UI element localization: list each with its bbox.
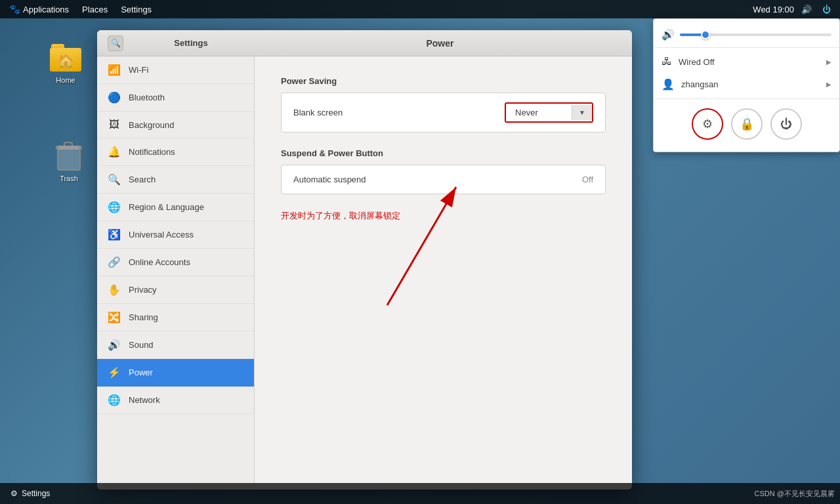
topbar-places-label: Places xyxy=(82,5,108,14)
settings-main: Power Saving Blank screen Never ▼ Suspen… xyxy=(255,56,632,490)
settings-window: 🔍 Settings Power 📶 Wi-Fi 🔵 Bluetooth 🖼 xyxy=(97,30,632,490)
settings-titlebar: 🔍 Settings Power xyxy=(97,30,632,56)
sidebar-item-region[interactable]: 🌐 Region & Language xyxy=(97,194,254,221)
main-panel-title: Power xyxy=(253,38,627,49)
taskbar-watermark: CSDN @不见长安见晨雾 xyxy=(755,489,835,499)
sidebar-item-sound[interactable]: 🔊 Sound xyxy=(97,331,254,359)
network-icon: 🌐 xyxy=(108,394,121,406)
topbar-time: Wed 19:00 xyxy=(753,5,794,14)
sidebar-item-sharing[interactable]: 🔀 Sharing xyxy=(97,304,254,331)
popup-power-button[interactable]: ⏻ xyxy=(770,108,802,140)
sharing-icon: 🔀 xyxy=(108,311,121,324)
topbar-left: 🐾 Applications Places Settings xyxy=(0,0,157,18)
universal-access-icon: ♿ xyxy=(108,228,121,241)
topbar-right: Wed 19:00 🔊 ⏻ xyxy=(753,2,840,16)
popup-wired-label: Wired Off xyxy=(679,57,820,67)
topbar-apps-label: Applications xyxy=(23,5,69,14)
sidebar-label-power: Power xyxy=(129,368,153,377)
popup-volume-icon: 🔊 xyxy=(662,28,675,41)
topbar: 🐾 Applications Places Settings Wed 19:00… xyxy=(0,0,840,18)
sidebar-label-bluetooth: Bluetooth xyxy=(129,93,165,102)
popup-wired-icon: 🖧 xyxy=(662,56,672,68)
sidebar-label-sound: Sound xyxy=(129,340,154,350)
desktop-icon-trash[interactable]: Trash xyxy=(43,138,95,185)
settings-body: 📶 Wi-Fi 🔵 Bluetooth 🖼 Background 🔔 Notif… xyxy=(97,56,632,490)
sidebar-item-network[interactable]: 🌐 Network xyxy=(97,387,254,414)
popup-wired-row[interactable]: 🖧 Wired Off ▶ xyxy=(654,51,839,73)
taskbar-settings-item[interactable]: ⚙ Settings xyxy=(5,484,55,503)
volume-slider-track[interactable] xyxy=(680,33,831,36)
taskbar: ⚙ Settings CSDN @不见长安见晨雾 xyxy=(0,483,840,504)
blank-screen-dropdown-arrow[interactable]: ▼ xyxy=(572,105,592,120)
sidebar-title: Settings xyxy=(129,38,253,48)
desktop-icon-home[interactable]: 🏠 Home xyxy=(39,39,92,87)
popup-user-row[interactable]: 👤 zhangsan ▶ xyxy=(654,73,839,96)
volume-slider-thumb[interactable] xyxy=(701,30,710,39)
popup-lock-button[interactable]: 🔒 xyxy=(731,108,763,140)
bluetooth-icon: 🔵 xyxy=(108,91,121,104)
sidebar-label-universal-access: Universal Access xyxy=(129,230,194,240)
online-accounts-icon: 🔗 xyxy=(108,256,121,268)
sidebar-label-network: Network xyxy=(129,395,160,405)
popup-user-icon: 👤 xyxy=(662,78,675,91)
annotation-text: 开发时为了方便，取消屏幕锁定 xyxy=(281,210,606,222)
region-icon: 🌐 xyxy=(108,201,121,213)
sidebar-item-search[interactable]: 🔍 Search xyxy=(97,166,254,194)
topbar-power-icon[interactable]: ⏻ xyxy=(819,2,833,16)
sidebar-label-region: Region & Language xyxy=(129,202,204,212)
auto-suspend-label: Automatic suspend xyxy=(293,175,366,184)
sidebar-label-sharing: Sharing xyxy=(129,312,158,322)
popup-lock-icon: 🔒 xyxy=(740,117,754,131)
trash-icon-label: Trash xyxy=(60,175,78,182)
titlebar-search-area: 🔍 xyxy=(102,35,129,51)
auto-suspend-row: Automatic suspend Off xyxy=(282,165,605,194)
privacy-icon: ✋ xyxy=(108,284,121,296)
sidebar-label-background: Background xyxy=(129,120,174,130)
sidebar-item-privacy[interactable]: ✋ Privacy xyxy=(97,276,254,304)
popup-divider-2 xyxy=(654,98,839,99)
volume-slider-fill xyxy=(680,33,703,36)
auto-suspend-value: Off xyxy=(582,175,593,184)
sidebar-item-bluetooth[interactable]: 🔵 Bluetooth xyxy=(97,84,254,112)
popup-user-label: zhangsan xyxy=(681,79,820,89)
popup-wired-chevron: ▶ xyxy=(826,58,831,66)
blank-screen-row: Blank screen Never ▼ xyxy=(282,93,605,132)
sound-icon: 🔊 xyxy=(108,339,121,351)
settings-sidebar: 📶 Wi-Fi 🔵 Bluetooth 🖼 Background 🔔 Notif… xyxy=(97,56,255,490)
power-icon: ⚡ xyxy=(108,366,121,379)
sidebar-label-privacy: Privacy xyxy=(129,285,157,295)
topbar-settings-menu-label: Settings xyxy=(121,5,152,14)
blank-screen-dropdown-label: Never xyxy=(506,104,572,121)
suspend-group: Automatic suspend Off xyxy=(281,165,606,194)
trash-folder-icon xyxy=(53,140,85,172)
sidebar-item-notifications[interactable]: 🔔 Notifications xyxy=(97,138,254,166)
sidebar-label-notifications: Notifications xyxy=(129,147,175,157)
popup-settings-button[interactable]: ⚙ xyxy=(692,108,723,140)
sidebar-item-online-accounts[interactable]: 🔗 Online Accounts xyxy=(97,249,254,276)
power-saving-group: Blank screen Never ▼ xyxy=(281,93,606,133)
sidebar-label-search: Search xyxy=(129,175,156,184)
sidebar-item-universal-access[interactable]: ♿ Universal Access xyxy=(97,221,254,249)
blank-screen-dropdown[interactable]: Never ▼ xyxy=(505,102,593,123)
sidebar-item-wifi[interactable]: 📶 Wi-Fi xyxy=(97,56,254,84)
desktop: 🐾 Applications Places Settings Wed 19:00… xyxy=(0,0,840,504)
search-icon-btn[interactable]: 🔍 xyxy=(108,35,123,51)
topbar-places-button[interactable]: Places xyxy=(77,0,113,18)
popup-menu: 🔊 🖧 Wired Off ▶ 👤 zhangsan ▶ ⚙ � xyxy=(653,18,840,152)
sidebar-item-background[interactable]: 🖼 Background xyxy=(97,112,254,138)
topbar-volume-icon[interactable]: 🔊 xyxy=(799,2,814,16)
blank-screen-value: Never ▼ xyxy=(505,102,593,123)
titlebar-content: 🔍 Settings Power xyxy=(102,35,627,51)
blank-screen-label: Blank screen xyxy=(293,108,343,117)
search-sidebar-icon: 🔍 xyxy=(108,173,121,186)
suspend-section-title: Suspend & Power Button xyxy=(281,148,606,158)
topbar-apps-button[interactable]: 🐾 Applications xyxy=(4,0,74,18)
popup-actions-row: ⚙ 🔒 ⏻ xyxy=(654,102,839,146)
sidebar-label-wifi: Wi-Fi xyxy=(129,65,148,75)
notifications-icon: 🔔 xyxy=(108,146,121,158)
sidebar-label-online-accounts: Online Accounts xyxy=(129,257,190,267)
sidebar-item-power[interactable]: ⚡ Power xyxy=(97,359,254,387)
popup-user-chevron: ▶ xyxy=(826,81,831,88)
topbar-settings-menu-button[interactable]: Settings xyxy=(116,0,157,18)
popup-power-icon: ⏻ xyxy=(780,117,792,131)
